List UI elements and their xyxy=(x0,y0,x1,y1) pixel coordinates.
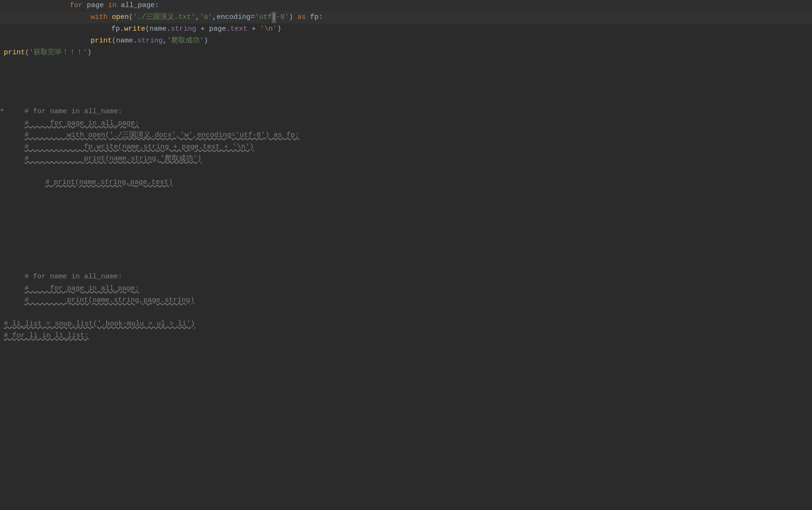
plus: + xyxy=(196,24,209,35)
keyword-in: in xyxy=(108,0,121,11)
string-newline: '\n' xyxy=(260,24,277,35)
code-line-comment2: # for name in all_name: xyxy=(0,271,812,283)
paren-close: ) xyxy=(87,47,92,59)
dot: . xyxy=(133,35,137,47)
paren-close: ) xyxy=(289,12,293,23)
var-all-page: all_page xyxy=(121,0,155,11)
paren: ( xyxy=(25,47,29,59)
var-page2: page xyxy=(209,24,226,35)
comment-print-page: # print(name.string,page.text) xyxy=(4,177,173,188)
fn-print2: print xyxy=(4,47,25,59)
dot2: . xyxy=(167,24,171,35)
fn-open: open xyxy=(112,12,129,23)
code-line-comment: # fp.write(name.string + page.text + '\n… xyxy=(0,142,812,153)
code-line-comment: # print(name.string,page.text) xyxy=(0,177,812,189)
plus2: + xyxy=(247,24,260,35)
string-success: '爬取成功' xyxy=(167,35,204,47)
paren-close: ) xyxy=(204,35,208,47)
paren-open: ( xyxy=(129,12,133,23)
code-line-comment: # print(name.string,'爬取成功') xyxy=(0,153,812,165)
code-editor: for page in all_page: with open('./三国演义.… xyxy=(0,0,812,510)
paren: ( xyxy=(145,24,150,35)
fn-write: write xyxy=(124,24,145,35)
code-line-comment3: # for li in li_list: xyxy=(0,330,812,342)
code-line: for page in all_page: xyxy=(0,0,812,12)
code-line-comment2: # for page in all_page: xyxy=(0,283,812,295)
param-encoding: encoding xyxy=(217,12,251,23)
empty-line xyxy=(0,71,812,83)
code-line-comment: ▶ # for name in all_name: xyxy=(0,106,812,118)
empty-line xyxy=(0,165,812,177)
code-line: print('获取完毕！！！') xyxy=(0,47,812,59)
empty-line xyxy=(0,189,812,201)
string-encoding2: -8' xyxy=(276,12,289,23)
comment-print-success: # print(name.string,'爬取成功') xyxy=(4,153,201,165)
code-line-comment3: # li_list = soup.list('.book-mulu > ul >… xyxy=(0,318,812,330)
eq: = xyxy=(251,12,255,23)
comment-li-list: # li_list = soup.list('.book-mulu > ul >… xyxy=(4,318,195,330)
dot: . xyxy=(120,24,124,35)
empty-line xyxy=(0,201,812,212)
empty-line xyxy=(0,224,812,236)
var-fp2: fp xyxy=(111,24,120,35)
comma: , xyxy=(163,35,167,47)
comment-for-name2: # for name in all_name: xyxy=(4,271,122,283)
string-mode: 'a' xyxy=(200,12,212,23)
fold-arrow[interactable]: ▶ xyxy=(1,106,4,115)
comment-print-string: # print(name.string,page.string) xyxy=(4,295,194,306)
comment-for-name: # for name in all_name: xyxy=(4,106,122,117)
code-line: fp.write(name.string + page.text + '\n') xyxy=(0,24,812,35)
comment-for-page2: # for page in all_page: xyxy=(4,283,139,294)
keyword-with: with xyxy=(91,12,112,23)
string-encoding: 'utf xyxy=(255,12,272,23)
fn-print: print xyxy=(91,35,112,47)
code-line: print(name.string,'爬取成功') xyxy=(0,35,812,47)
comment-for-page: # for page in all_page: xyxy=(4,118,139,129)
dot3: . xyxy=(226,24,230,35)
colon2: : xyxy=(318,12,323,23)
string-path: './三国演义.txt' xyxy=(133,12,195,23)
empty-line xyxy=(0,83,812,94)
comment-with-open: # with open('./三国演义.docx','w',encoding='… xyxy=(4,130,299,141)
empty-line xyxy=(0,212,812,224)
attr-string2: string xyxy=(137,35,163,47)
comma: , xyxy=(195,12,200,23)
paren-close2: ) xyxy=(277,24,281,35)
comment-for-li: # for li in li_list: xyxy=(4,330,89,342)
empty-line xyxy=(0,236,812,248)
empty-line xyxy=(0,307,812,318)
code-line-comment: # with open('./三国演义.docx','w',encoding='… xyxy=(0,130,812,142)
code-line-active: with open('./三国演义.txt','a',encoding='utf… xyxy=(0,12,812,24)
var-fp: fp xyxy=(310,12,318,23)
var-name: name xyxy=(150,24,167,35)
attr-string: string xyxy=(171,24,196,35)
empty-line xyxy=(0,259,812,271)
string-done: '获取完毕！！！' xyxy=(29,47,87,59)
empty-line xyxy=(0,59,812,71)
comma2: , xyxy=(212,12,217,23)
paren: ( xyxy=(112,35,116,47)
var-name2: name xyxy=(116,35,133,47)
keyword-for: for xyxy=(70,0,87,11)
code-line-comment2: # print(name.string,page.string) xyxy=(0,295,812,307)
attr-text: text xyxy=(230,24,247,35)
colon: : xyxy=(155,0,159,11)
empty-line xyxy=(0,248,812,259)
var-page: page xyxy=(87,0,108,11)
comment-fp-write: # fp.write(name.string + page.text + '\n… xyxy=(4,142,254,153)
code-line-comment: # for page in all_page: xyxy=(0,118,812,130)
empty-line xyxy=(0,94,812,106)
keyword-as: as xyxy=(293,12,310,23)
